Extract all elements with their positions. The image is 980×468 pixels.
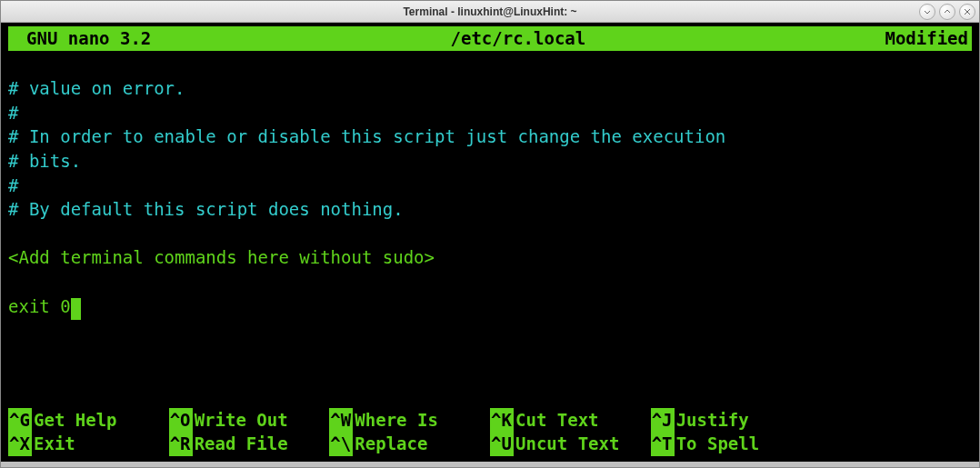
shortcut-justify: ^J Justify [651, 408, 812, 433]
editor-line: # By default this script does nothing. [8, 199, 404, 219]
close-button[interactable] [959, 4, 975, 20]
editor-line: # bits. [8, 151, 81, 171]
shortcut-whereis: ^W Where Is [329, 408, 490, 433]
nano-status: Modified [885, 26, 968, 51]
shortcut-cut: ^K Cut Text [490, 408, 651, 433]
editor-line: <Add terminal commands here without sudo… [8, 247, 435, 267]
shortcut-label: Where Is [355, 408, 438, 433]
shortcut-uncut: ^U Uncut Text [490, 432, 651, 456]
key-label: ^T [651, 432, 675, 456]
terminal-area[interactable]: GNU nano 3.2 /etc/rc.local Modified # va… [1, 23, 979, 462]
key-label: ^\ [329, 432, 353, 456]
shortcut-readfile: ^R Read File [169, 432, 330, 456]
shortcut-label: Uncut Text [515, 432, 619, 456]
shortcut-label: Get Help [34, 408, 117, 433]
shortcut-label: Replace [355, 432, 427, 456]
shortcut-label: Cut Text [515, 408, 599, 433]
editor-line: # value on error. [8, 78, 185, 98]
shortcut-label: Read File [195, 432, 288, 456]
titlebar: Terminal - linuxhint@LinuxHint: ~ [1, 1, 979, 23]
editor-line: exit 0 [8, 296, 81, 316]
key-label: ^G [8, 408, 32, 433]
nano-shortcuts: ^G Get Help ^O Write Out ^W Where Is ^K … [8, 408, 972, 458]
editor-content[interactable]: # value on error. # # In order to enable… [8, 53, 972, 408]
terminal-window: Terminal - linuxhint@LinuxHint: ~ GNU na… [0, 0, 980, 468]
shortcut-label: Justify [676, 408, 749, 433]
key-label: ^W [329, 408, 353, 433]
maximize-button[interactable] [939, 4, 955, 20]
key-label: ^O [169, 408, 193, 433]
key-label: ^R [169, 432, 193, 456]
editor-line: # In order to enable or disable this scr… [8, 126, 725, 146]
cursor-icon [71, 298, 81, 320]
nano-filename: /etc/rc.local [451, 26, 586, 51]
shortcut-help: ^G Get Help [8, 408, 169, 433]
key-label: ^X [8, 432, 32, 456]
key-label: ^K [490, 408, 514, 433]
shortcut-replace: ^\ Replace [329, 432, 490, 456]
minimize-button[interactable] [919, 4, 935, 20]
editor-line: # [8, 103, 18, 123]
shortcut-label: To Spell [676, 432, 760, 456]
window-title: Terminal - linuxhint@LinuxHint: ~ [403, 5, 576, 18]
shortcut-tospell: ^T To Spell [651, 432, 812, 456]
key-label: ^J [651, 408, 675, 433]
shortcut-label: Exit [34, 432, 75, 456]
nano-header: GNU nano 3.2 /etc/rc.local Modified [8, 26, 972, 51]
nano-version: GNU nano 3.2 [12, 26, 151, 51]
editor-line: # [8, 175, 18, 195]
shortcut-writeout: ^O Write Out [169, 408, 330, 433]
window-border [1, 462, 979, 467]
key-label: ^U [490, 432, 514, 456]
window-controls [919, 4, 975, 20]
shortcut-label: Write Out [195, 408, 288, 433]
shortcut-exit: ^X Exit [8, 432, 169, 456]
